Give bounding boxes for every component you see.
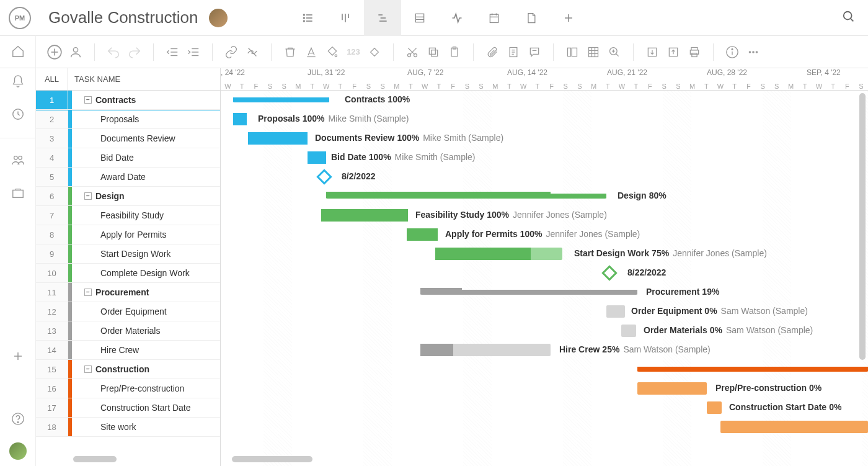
collapse-toggle-icon[interactable]: −	[84, 192, 92, 200]
outdent-icon[interactable]	[164, 43, 181, 61]
gantt-milestone[interactable]	[316, 169, 332, 184]
view-tab-file[interactable]	[513, 0, 550, 36]
task-name-cell[interactable]: −Construction	[72, 360, 220, 379]
gantt-task-bar[interactable]	[248, 132, 308, 145]
gantt-task-bar[interactable]	[637, 382, 707, 395]
milestone-icon[interactable]	[366, 43, 383, 61]
columns-icon[interactable]	[564, 43, 581, 61]
view-tab-board[interactable]	[327, 0, 364, 36]
task-row[interactable]: 16Prep/Pre-construction	[36, 379, 220, 398]
column-task-name[interactable]: TASK NAME	[68, 68, 220, 90]
delete-icon[interactable]	[281, 43, 299, 61]
text-color-icon[interactable]	[303, 43, 320, 61]
redo-icon[interactable]	[126, 43, 143, 61]
link-icon[interactable]	[223, 43, 240, 61]
gantt-task-bar[interactable]	[308, 151, 326, 164]
info-icon[interactable]	[724, 43, 741, 61]
fill-color-icon[interactable]	[324, 43, 341, 61]
notifications-icon[interactable]	[9, 72, 27, 92]
task-row[interactable]: 6−Design	[36, 187, 220, 206]
number-icon[interactable]: 123	[345, 43, 362, 61]
gantt-task-bar[interactable]	[233, 113, 247, 125]
task-name-cell[interactable]: Proposals	[72, 110, 220, 128]
gantt-task-bar[interactable]	[621, 325, 636, 337]
gantt-milestone[interactable]	[601, 265, 617, 280]
task-row[interactable]: 1−Contracts	[36, 91, 220, 110]
attachment-icon[interactable]	[484, 43, 501, 61]
view-tab-plus[interactable]	[550, 0, 587, 36]
app-logo[interactable]: PM	[9, 7, 31, 29]
gantt-h-scrollbar[interactable]	[232, 456, 312, 462]
undo-icon[interactable]	[105, 43, 122, 61]
task-scrollbar[interactable]	[73, 456, 117, 462]
task-name-cell[interactable]: Complete Design Work	[72, 264, 220, 282]
view-tab-sheet[interactable]	[401, 0, 438, 36]
task-row[interactable]: 2Proposals	[36, 110, 220, 129]
import-icon[interactable]	[644, 43, 661, 61]
add-project-icon[interactable]	[10, 348, 26, 366]
task-name-cell[interactable]: Hire Crew	[72, 341, 220, 359]
project-avatar[interactable]	[209, 9, 228, 27]
unlink-icon[interactable]	[244, 43, 261, 61]
gantt-summary-bar[interactable]	[637, 367, 868, 372]
task-name-cell[interactable]: Prep/Pre-construction	[72, 379, 220, 398]
task-row[interactable]: 11−Procurement	[36, 283, 220, 302]
view-tab-gantt[interactable]	[364, 0, 401, 36]
zoom-icon[interactable]	[606, 43, 623, 61]
task-row[interactable]: 5Award Date	[36, 168, 220, 187]
indent-icon[interactable]	[185, 43, 202, 61]
task-name-cell[interactable]: −Contracts	[72, 91, 220, 109]
grid-icon[interactable]	[585, 43, 602, 61]
comment-icon[interactable]	[526, 43, 543, 61]
print-icon[interactable]	[686, 43, 703, 61]
gantt-summary-bar[interactable]	[326, 194, 606, 199]
task-name-cell[interactable]: Award Date	[72, 168, 220, 186]
gantt-task-bar[interactable]	[321, 209, 408, 222]
task-name-cell[interactable]: Apply for Permits	[72, 225, 220, 244]
collapse-toggle-icon[interactable]: −	[84, 96, 92, 104]
notes-icon[interactable]	[505, 43, 522, 61]
gantt-task-bar[interactable]	[707, 401, 722, 414]
task-name-cell[interactable]: Site work	[72, 418, 220, 436]
task-name-cell[interactable]: −Design	[72, 187, 220, 205]
view-tab-calendar[interactable]	[476, 0, 513, 36]
gantt-task-bar[interactable]	[435, 248, 562, 260]
task-row[interactable]: 15−Construction	[36, 360, 220, 379]
task-row[interactable]: 7Feasibility Study	[36, 206, 220, 225]
copy-icon[interactable]	[425, 43, 442, 61]
task-row[interactable]: 10Complete Design Work	[36, 264, 220, 283]
project-title[interactable]: Govalle Construction	[48, 8, 198, 27]
view-tab-list[interactable]	[290, 0, 327, 36]
export-icon[interactable]	[665, 43, 682, 61]
task-name-cell[interactable]: Order Equipment	[72, 302, 220, 321]
task-row[interactable]: 3Documents Review	[36, 129, 220, 148]
more-icon[interactable]	[745, 43, 762, 61]
help-icon[interactable]	[9, 410, 27, 430]
portfolio-icon[interactable]	[9, 184, 27, 204]
task-name-cell[interactable]: Start Design Work	[72, 244, 220, 263]
view-tab-activity[interactable]	[438, 0, 476, 36]
recent-icon[interactable]	[9, 105, 27, 125]
cut-icon[interactable]	[404, 43, 421, 61]
task-row[interactable]: 4Bid Date	[36, 148, 220, 168]
task-name-cell[interactable]: Order Materials	[72, 321, 220, 340]
collapse-toggle-icon[interactable]: −	[84, 289, 92, 296]
column-all[interactable]: ALL	[36, 68, 68, 90]
task-row[interactable]: 13Order Materials	[36, 321, 220, 341]
gantt-task-bar[interactable]	[606, 305, 625, 318]
collapse-toggle-icon[interactable]: −	[84, 365, 92, 373]
task-name-cell[interactable]: −Procurement	[72, 283, 220, 302]
task-name-cell[interactable]: Bid Date	[72, 148, 220, 167]
gantt-v-scrollbar[interactable]	[859, 93, 866, 360]
task-row[interactable]: 17Construction Start Date	[36, 398, 220, 418]
gantt-summary-bar[interactable]	[233, 97, 329, 102]
add-task-icon[interactable]	[46, 43, 63, 61]
team-icon[interactable]	[9, 151, 27, 171]
task-row[interactable]: 8Apply for Permits	[36, 225, 220, 244]
task-row[interactable]: 12Order Equipment	[36, 302, 220, 321]
task-name-cell[interactable]: Construction Start Date	[72, 398, 220, 417]
assign-icon[interactable]	[67, 43, 84, 61]
task-name-cell[interactable]: Documents Review	[72, 129, 220, 148]
task-name-cell[interactable]: Feasibility Study	[72, 206, 220, 225]
task-row[interactable]: 9Start Design Work	[36, 244, 220, 264]
